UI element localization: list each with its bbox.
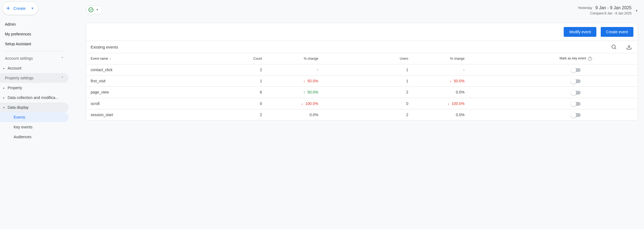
- account-settings-label: Account settings: [5, 56, 33, 61]
- plus-icon: +: [6, 5, 10, 11]
- key-event-toggle[interactable]: [571, 79, 581, 83]
- cell-users-change: 0.0%: [413, 87, 469, 98]
- help-icon[interactable]: ?: [588, 57, 592, 61]
- sidebar-item-data-collection[interactable]: ▸ Data collection and modifica...: [0, 93, 70, 103]
- cell-count: 6: [221, 87, 266, 98]
- pct-change: ↓50.0%: [443, 79, 465, 83]
- caret-right-icon: ▸: [3, 67, 5, 70]
- caret-right-icon: ▸: [3, 96, 5, 99]
- nav-setup-assistant[interactable]: Setup Assistant: [0, 39, 70, 49]
- sort-asc-icon: ↑: [109, 57, 111, 60]
- events-table: Event name ↑ Count % change Users % chan…: [86, 53, 638, 120]
- table-row: contact_click2-1-: [86, 64, 638, 75]
- chevron-up-icon: ⌃: [61, 76, 64, 80]
- sidebar-item-property[interactable]: ▸ Property: [0, 83, 70, 93]
- date-yesterday-label: Yesterday: [578, 6, 592, 10]
- cell-event-name[interactable]: page_view: [86, 87, 221, 98]
- arrow-down-icon: ↓: [301, 101, 303, 106]
- download-icon[interactable]: [626, 44, 632, 50]
- pct-change: 0.0%: [443, 113, 465, 117]
- create-event-button[interactable]: Create event: [601, 27, 633, 37]
- account-settings-group[interactable]: Account settings ⌃: [0, 53, 69, 63]
- chevron-down-icon: ▼: [96, 8, 99, 11]
- arrow-up-icon: ↑: [303, 90, 305, 94]
- svg-line-1: [615, 48, 616, 49]
- key-event-toggle[interactable]: [571, 68, 581, 72]
- cell-count: 2: [221, 109, 266, 120]
- nav-my-preferences[interactable]: My preferences: [0, 29, 70, 39]
- col-key-event: Mark as key event ?: [514, 53, 638, 64]
- nav-admin[interactable]: Admin: [0, 19, 70, 29]
- cell-event-name[interactable]: scroll: [86, 98, 221, 109]
- property-settings-group[interactable]: Property settings ⌃: [0, 73, 69, 83]
- sidebar-item-key-events[interactable]: Key events: [0, 122, 69, 132]
- chevron-up-icon: ⌃: [61, 56, 64, 60]
- cell-key-toggle: [514, 64, 638, 75]
- col-count[interactable]: Count: [221, 53, 266, 64]
- check-circle-icon: [88, 7, 93, 12]
- cell-event-name[interactable]: contact_click: [86, 64, 221, 75]
- events-card: Modify event Create event Existing event…: [86, 23, 638, 120]
- chevron-down-icon: ▼: [31, 7, 34, 10]
- pct-change: 0.0%: [296, 113, 318, 117]
- data-collection-label: Data collection and modifica...: [8, 95, 59, 100]
- key-event-toggle[interactable]: [571, 113, 581, 117]
- chevron-down-icon: ▼: [635, 9, 638, 12]
- account-label: Account: [8, 66, 22, 70]
- pct-change: 0.0%: [443, 90, 465, 94]
- card-subheader: Existing events: [86, 41, 638, 53]
- cell-users: 2: [368, 109, 413, 120]
- table-row: session_start20.0%20.0%: [86, 109, 638, 120]
- cell-count-change: 0.0%: [266, 109, 323, 120]
- topbar: ▼ Yesterday 9 Jan - 9 Jan 2025 Compare:8…: [86, 5, 638, 15]
- sidebar-item-audiences[interactable]: Audiences: [0, 132, 69, 142]
- cell-key-toggle: [514, 87, 638, 98]
- sidebar-item-account[interactable]: ▸ Account: [0, 63, 70, 73]
- status-filter-chip[interactable]: ▼: [86, 5, 102, 14]
- caret-down-icon: ▾: [3, 106, 5, 109]
- sidebar-item-events[interactable]: Events: [0, 112, 69, 122]
- pct-change: ↑50.0%: [296, 90, 318, 94]
- col-users-change[interactable]: % change: [413, 53, 469, 64]
- pct-change: -: [443, 68, 465, 72]
- col-count-change[interactable]: % change: [266, 53, 323, 64]
- caret-right-icon: ▸: [3, 86, 5, 89]
- data-display-label: Data display: [8, 105, 29, 110]
- col-users[interactable]: Users: [368, 53, 413, 64]
- create-button[interactable]: + Create ▼: [2, 1, 38, 15]
- cell-users: 2: [368, 87, 413, 98]
- date-range: 9 Jan - 9 Jan 2025: [596, 5, 632, 10]
- modify-event-button[interactable]: Modify event: [564, 27, 596, 37]
- cell-event-name[interactable]: session_start: [86, 109, 221, 120]
- sidebar-item-data-display[interactable]: ▾ Data display: [0, 103, 69, 112]
- cell-users-change: -: [413, 64, 469, 75]
- table-header-row: Event name ↑ Count % change Users % chan…: [86, 53, 638, 64]
- pct-change: -: [296, 68, 318, 72]
- cell-count: 0: [221, 98, 266, 109]
- card-actions: Modify event Create event: [86, 23, 638, 41]
- cell-users-change: ↓100.0%: [413, 98, 469, 109]
- key-event-toggle[interactable]: [571, 91, 581, 95]
- date-range-picker[interactable]: Yesterday 9 Jan - 9 Jan 2025 Compare:8 J…: [578, 5, 638, 15]
- property-settings-label: Property settings: [5, 76, 33, 80]
- svg-point-0: [612, 45, 615, 49]
- cell-users: 1: [368, 64, 413, 75]
- arrow-down-icon: ↓: [450, 79, 452, 83]
- cell-users: 0: [368, 98, 413, 109]
- cell-event-name[interactable]: first_visit: [86, 75, 221, 86]
- card-title: Existing events: [91, 45, 118, 49]
- cell-count-change: ↓50.0%: [266, 75, 323, 86]
- key-event-toggle[interactable]: [571, 102, 581, 106]
- col-event-name[interactable]: Event name ↑: [86, 53, 221, 64]
- cell-count: 1: [221, 75, 266, 86]
- arrow-down-icon: ↓: [447, 101, 449, 106]
- table-row: first_visit1↓50.0%1↓50.0%: [86, 75, 638, 86]
- search-icon[interactable]: [611, 44, 617, 50]
- pct-change: ↓100.0%: [443, 101, 465, 106]
- divider: [5, 51, 65, 51]
- cell-users: 1: [368, 75, 413, 86]
- cell-users-change: ↓50.0%: [413, 75, 469, 86]
- cell-count-change: -: [266, 64, 323, 75]
- arrow-down-icon: ↓: [303, 79, 305, 83]
- table-row: scroll0↓100.0%0↓100.0%: [86, 98, 638, 109]
